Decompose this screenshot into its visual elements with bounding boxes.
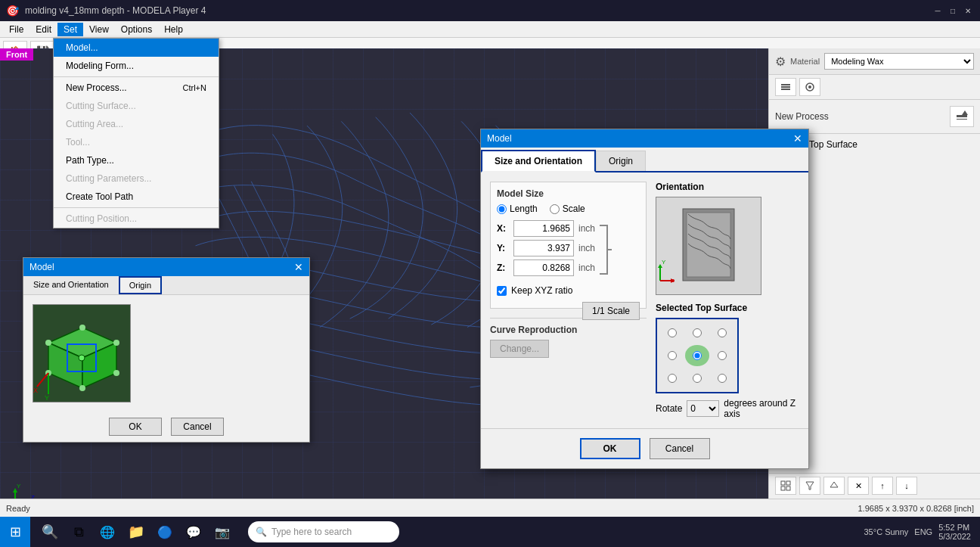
small-tab-origin[interactable]: Origin (119, 276, 162, 294)
menu-help[interactable]: Help (158, 23, 189, 36)
svg-rect-28 (781, 481, 785, 485)
menu-model[interactable]: Model... (54, 39, 219, 57)
small-dialog-footer: OK Cancel (23, 412, 309, 442)
svg-rect-30 (781, 486, 785, 490)
svg-text:Y: Y (17, 483, 21, 490)
rp-icon-layers[interactable] (775, 78, 796, 96)
svg-point-41 (79, 325, 85, 331)
surface-cell-mc[interactable] (685, 345, 709, 366)
keep-ratio-label: Keep XYZ ratio (511, 285, 572, 296)
radio-length[interactable]: Length (497, 204, 538, 214)
svg-rect-26 (957, 119, 967, 120)
status-bar: Ready 1.9685 x 3.9370 x 0.8268 [inch] (0, 499, 980, 517)
main-dialog-tabs: Size and Orientation Origin (481, 148, 808, 172)
taskbar: ⊞ 🔍 ⧉ 🌐 📁 🔵 💬 📷 🔍 Type here to search 35… (0, 517, 980, 547)
taskbar-icons: 🔍 ⧉ 🌐 📁 🔵 💬 📷 (30, 518, 242, 545)
window-title: molding v4_18mm depth - MODELA Player 4 (25, 5, 206, 16)
app-icon: 🎯 (6, 5, 19, 17)
taskbar-app2[interactable]: 📷 (209, 518, 236, 545)
rp-icon-tool[interactable] (799, 78, 820, 96)
menu-separator-2 (54, 207, 219, 208)
radio-scale[interactable]: Scale (550, 204, 585, 214)
weather-info: 35°C Sunny (864, 527, 909, 536)
z-label: Z: (497, 263, 509, 273)
scale-button[interactable]: 1/1 Scale (582, 302, 640, 320)
menu-modeling-form[interactable]: Modeling Form... (54, 57, 219, 75)
taskbar-search-bar[interactable]: 🔍 Type here to search (248, 521, 399, 542)
start-button[interactable]: ⊞ (0, 517, 30, 547)
menu-edit[interactable]: Edit (29, 23, 57, 36)
menu-create-tool-path[interactable]: Create Tool Path (54, 188, 219, 206)
taskbar-chrome[interactable]: 🔵 (151, 518, 178, 545)
surface-cell-tc[interactable] (685, 322, 709, 343)
surface-cell-tl[interactable] (660, 322, 684, 343)
language-indicator: ENG (914, 527, 932, 536)
menu-separator-1 (54, 76, 219, 77)
main-dialog-close[interactable]: ✕ (793, 132, 802, 145)
rp-btn-down-arrow[interactable]: ↓ (896, 477, 917, 495)
main-tab-origin[interactable]: Origin (596, 151, 646, 171)
cube-viewport: Y X (33, 304, 131, 402)
surface-cell-tr[interactable] (711, 322, 734, 343)
menu-file[interactable]: File (3, 23, 29, 36)
model-size-box: Model Size Length Scale (490, 182, 647, 309)
surface-cell-mr[interactable] (711, 345, 734, 366)
surface-cell-bl[interactable] (660, 368, 684, 389)
svg-text:Y: Y (45, 394, 49, 402)
surface-cell-br[interactable] (711, 368, 734, 389)
svg-rect-20 (781, 84, 790, 85)
small-cancel-button[interactable]: Cancel (171, 418, 224, 436)
menu-set[interactable]: Set (57, 23, 83, 36)
taskbar-search-icon[interactable]: 🔍 (36, 518, 64, 545)
surface-cell-ml[interactable] (660, 345, 684, 366)
surface-cell-bc[interactable] (685, 368, 709, 389)
main-tab-size[interactable]: Size and Orientation (481, 150, 596, 172)
new-process-button[interactable] (950, 106, 974, 127)
svg-rect-22 (781, 89, 790, 90)
menu-path-type[interactable]: Path Type... (54, 151, 219, 169)
y-input[interactable] (513, 240, 574, 256)
small-dialog-body: Y X (23, 295, 309, 412)
small-ok-button[interactable]: OK (109, 418, 162, 436)
maximize-button[interactable]: □ (947, 5, 959, 17)
rp-btn-grid[interactable] (775, 477, 796, 495)
rp-btn-move-up[interactable] (823, 477, 845, 495)
set-dropdown-menu: Model... Modeling Form... New Process...… (53, 38, 219, 228)
x-input[interactable] (513, 220, 574, 237)
menu-cutting-area: Cutting Area... (54, 115, 219, 133)
rp-btn-filter[interactable] (799, 477, 820, 495)
small-dialog-close[interactable]: ✕ (294, 261, 303, 273)
svg-line-47 (37, 373, 48, 387)
front-badge: Front (0, 48, 33, 61)
svg-rect-25 (957, 115, 967, 117)
taskbar-edge[interactable]: 🌐 (94, 518, 121, 545)
z-input[interactable] (513, 260, 574, 276)
svg-marker-33 (830, 482, 838, 487)
material-label: Material (790, 57, 820, 66)
curve-label: Curve Reproduction (490, 325, 647, 335)
taskbar-app1[interactable]: 💬 (180, 518, 207, 545)
menu-new-process[interactable]: New Process... Ctrl+N (54, 79, 219, 97)
rotate-select[interactable]: 0 90 180 270 (687, 400, 719, 417)
taskbar-explorer[interactable]: 📁 (122, 518, 150, 545)
keep-ratio-checkbox[interactable] (497, 286, 507, 296)
main-ok-button[interactable]: OK (580, 438, 640, 459)
svg-text:Y: Y (662, 259, 666, 266)
menu-options[interactable]: Options (115, 23, 158, 36)
rp-btn-up-arrow[interactable]: ↑ (872, 477, 893, 495)
menu-view[interactable]: View (83, 23, 115, 36)
material-select[interactable]: Modeling Wax (824, 53, 974, 70)
svg-point-39 (45, 340, 51, 346)
svg-point-44 (113, 370, 119, 376)
close-button[interactable]: ✕ (962, 5, 974, 17)
rp-btn-delete[interactable]: ✕ (848, 477, 869, 495)
menu-cutting-surface: Cutting Surface... (54, 97, 219, 115)
minimize-button[interactable]: ─ (932, 5, 944, 17)
main-cancel-button[interactable]: Cancel (650, 438, 710, 459)
taskbar-task-view[interactable]: ⧉ (65, 518, 92, 545)
main-dialog-title: Model (487, 133, 512, 144)
main-dialog-titlebar: Model ✕ (481, 129, 808, 148)
small-tab-size[interactable]: Size and Orientation (23, 276, 119, 294)
y-coord-row: Y: inch (497, 240, 595, 256)
svg-rect-29 (786, 481, 790, 485)
